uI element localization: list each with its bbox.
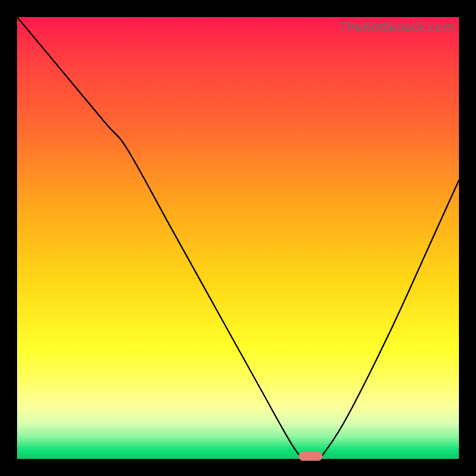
chart-frame: TheBottleneck.com xyxy=(0,0,476,476)
optimal-point-marker xyxy=(299,452,322,461)
bottleneck-curve xyxy=(17,17,459,459)
plot-area: TheBottleneck.com xyxy=(17,17,459,459)
